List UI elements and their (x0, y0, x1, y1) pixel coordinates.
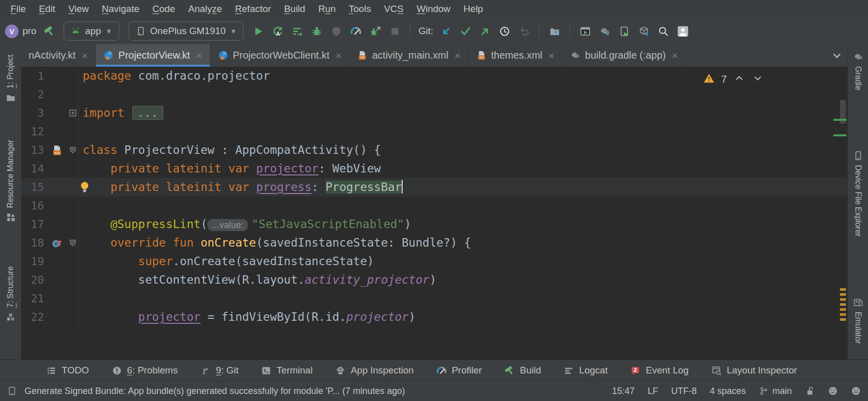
toolwindow-9-git[interactable]: 9: Git (200, 365, 238, 376)
menu-run[interactable]: Run (312, 4, 342, 15)
chevron-up-icon[interactable] (733, 72, 745, 87)
code-line-20[interactable]: 20 setContentView(R.layout.activity_proj… (21, 271, 848, 289)
code-line-2[interactable]: 2 (21, 85, 848, 104)
toolwindow-layout-inspector[interactable]: Layout Inspector (711, 365, 797, 376)
history-button[interactable] (496, 23, 512, 39)
tab-nactivity-kt[interactable]: nActivity.kt× (21, 44, 96, 67)
line-number: 20 (21, 271, 48, 289)
stripe-item-7-structure[interactable]: 7: Structure (0, 266, 21, 322)
run-button[interactable] (250, 23, 266, 39)
toolwindow-build[interactable]: Build (504, 365, 541, 376)
device-manager-button[interactable] (616, 23, 632, 39)
editor-scrollbar[interactable] (839, 67, 846, 360)
code-line-18[interactable]: 18 override fun onCreate(savedInstanceSt… (21, 234, 848, 252)
menu-view[interactable]: View (62, 4, 95, 15)
token-pl: ProjectorView : AppCompatActivity() { (117, 143, 381, 156)
stripe-item-resource-manager[interactable]: Resource Manager (0, 140, 21, 223)
encoding-widget[interactable]: UTF-8 (671, 386, 697, 396)
git-push-button[interactable] (477, 23, 493, 39)
line-ending-widget[interactable]: LF (648, 386, 658, 396)
lightbulb-icon[interactable] (78, 180, 91, 193)
code-line-16[interactable]: 16 (21, 196, 848, 215)
fold-arrow-icon[interactable] (66, 234, 78, 252)
device-selector[interactable]: OnePlus GM1910▼ (129, 22, 244, 41)
fold-plus-icon[interactable] (66, 104, 78, 122)
toolwindow-terminal[interactable]: Terminal (261, 365, 313, 376)
apply-code-changes-button[interactable] (289, 23, 305, 39)
tab-projectorview-kt[interactable]: ProjectorView.kt× (96, 44, 210, 67)
fold-arrow-icon[interactable] (66, 141, 78, 159)
menu-help[interactable]: Help (457, 4, 489, 15)
gradle-sync-button[interactable] (597, 23, 613, 39)
code-line-3[interactable]: 3import ... (21, 104, 848, 122)
close-icon[interactable]: × (336, 50, 342, 61)
unlock-icon[interactable] (805, 386, 815, 396)
tab-build-gradle-app-[interactable]: build.gradle (:app)× (562, 44, 686, 67)
close-icon[interactable]: × (548, 50, 554, 61)
stripe-item-gradle[interactable]: Gradle (848, 52, 868, 90)
code-line-19[interactable]: 19 super.onCreate(savedInstanceState) (21, 252, 848, 271)
profiler-button[interactable] (348, 23, 364, 39)
project-widget[interactable]: Vpro (5, 25, 38, 38)
project-structure-button[interactable] (546, 23, 562, 39)
menu-analyze[interactable]: Analyze (182, 4, 229, 15)
rollback-button[interactable] (516, 23, 532, 39)
code-line-22[interactable]: 22 projector = findViewById(R.id.project… (21, 308, 848, 326)
code-line-17[interactable]: 17 @SuppressLint(...value:"SetJavaScript… (21, 215, 848, 234)
indent-widget[interactable]: 4 spaces (710, 386, 746, 396)
menu-build[interactable]: Build (277, 4, 312, 15)
menu-edit[interactable]: Edit (33, 4, 62, 15)
menu-vcs[interactable]: VCS (378, 4, 410, 15)
debug-button[interactable] (309, 23, 325, 39)
smiley-icon[interactable] (828, 386, 838, 396)
toolwindow-profiler[interactable]: Profiler (436, 365, 482, 376)
git-branch-widget[interactable]: main (759, 386, 792, 396)
menu-file[interactable]: File (4, 4, 33, 15)
user-avatar-button[interactable] (675, 23, 691, 39)
menu-window[interactable]: Window (410, 4, 457, 15)
running-devices-button[interactable] (577, 23, 593, 39)
apply-changes-button[interactable]: A (269, 23, 285, 39)
code-line-12[interactable]: 12 (21, 122, 848, 141)
override-icon[interactable] (48, 234, 66, 252)
toolwindow-logcat[interactable]: Logcat (563, 365, 608, 376)
attach-debugger-button[interactable] (367, 23, 383, 39)
profile-button[interactable] (328, 23, 344, 39)
code-editor[interactable]: 1package com.draco.projector23import ...… (21, 67, 848, 360)
layout-xml-icon[interactable]: <> (48, 141, 66, 159)
build-button[interactable] (41, 23, 57, 39)
status-message: Generate Signed Bundle: App bundle(s) ge… (25, 386, 405, 396)
menu-refactor[interactable]: Refactor (228, 4, 277, 15)
code-line-14[interactable]: 14 private lateinit var projector: WebVi… (21, 159, 848, 178)
close-icon[interactable]: × (454, 50, 460, 61)
frown-icon[interactable] (851, 386, 861, 396)
stop-button[interactable] (387, 23, 403, 39)
tab-themes-xml[interactable]: <>themes.xml× (469, 44, 563, 67)
close-icon[interactable]: × (196, 50, 202, 61)
stripe-item-1-project[interactable]: 1: Project (0, 55, 21, 103)
toolwindow-event-log[interactable]: 2Event Log (630, 365, 689, 376)
search-everywhere-button[interactable] (655, 23, 671, 39)
close-icon[interactable]: × (672, 50, 678, 61)
tab-projectorwebclient-kt[interactable]: ProjectorWebClient.kt× (210, 44, 350, 67)
module-selector[interactable]: app▼ (64, 22, 119, 41)
toolwindow-6-problems[interactable]: 6: Problems (112, 365, 178, 376)
sdk-manager-button[interactable] (636, 23, 652, 39)
tab-activity-main-xml[interactable]: <>activity_main.xml× (350, 44, 469, 67)
tab-overflow-chevron[interactable] (830, 49, 843, 62)
menu-code[interactable]: Code (146, 4, 181, 15)
close-icon[interactable]: × (82, 50, 88, 61)
stripe-item-emulator[interactable]: Emulator (848, 297, 868, 344)
code-line-21[interactable]: 21 (21, 289, 848, 308)
stripe-item-device-file-explorer[interactable]: Device File Explorer (848, 150, 868, 237)
toolwindow-todo[interactable]: TODO (46, 365, 89, 376)
git-commit-button[interactable] (457, 23, 473, 39)
menu-navigate[interactable]: Navigate (95, 4, 146, 15)
toolwindow-app-inspection[interactable]: App Inspection (335, 365, 414, 376)
code-line-13[interactable]: 13<>class ProjectorView : AppCompatActiv… (21, 141, 848, 159)
git-update-button[interactable] (438, 23, 454, 39)
code-line-15[interactable]: 15 private lateinit var progress: Progre… (21, 178, 848, 196)
chevron-down-icon[interactable] (752, 72, 764, 87)
inspections-widget[interactable]: 7 (703, 72, 764, 87)
menu-tools[interactable]: Tools (342, 4, 377, 15)
